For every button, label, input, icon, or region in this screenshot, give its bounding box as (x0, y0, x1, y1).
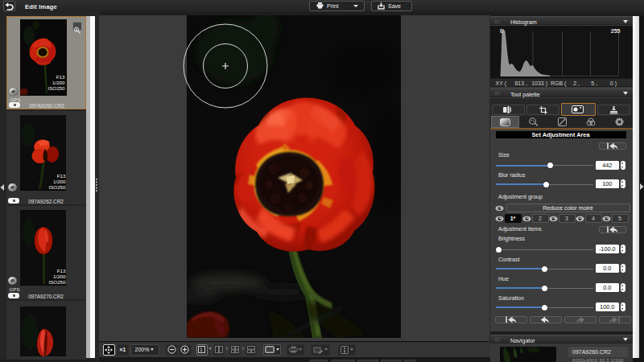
svg-text:1: 1 (200, 347, 203, 352)
